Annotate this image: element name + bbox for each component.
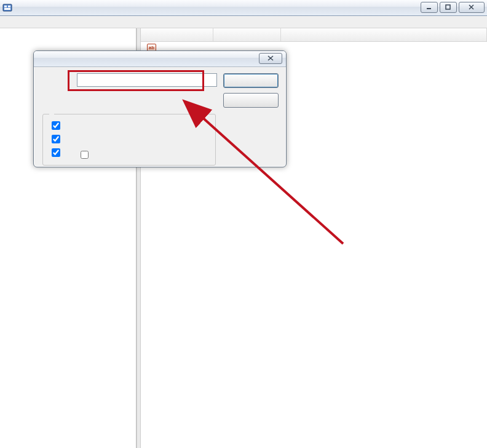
svg-rect-3 <box>4 8 10 10</box>
cancel-button[interactable] <box>223 93 279 108</box>
maximize-button[interactable] <box>440 2 457 13</box>
chk-whole-string[interactable] <box>81 151 89 159</box>
lookin-group <box>42 114 216 166</box>
svg-rect-2 <box>8 6 10 7</box>
app-icon <box>2 3 12 13</box>
titlebar <box>0 0 487 16</box>
find-dialog <box>33 50 287 167</box>
find-input[interactable] <box>77 73 217 87</box>
dialog-close-button[interactable] <box>259 53 282 64</box>
col-value[interactable] <box>281 28 487 41</box>
chk-keys[interactable] <box>52 121 60 130</box>
svg-rect-5 <box>446 5 450 9</box>
chk-values[interactable] <box>52 135 60 143</box>
close-button[interactable] <box>459 2 485 13</box>
svg-rect-1 <box>4 6 7 7</box>
dialog-titlebar[interactable] <box>34 51 286 67</box>
col-name[interactable] <box>141 28 213 41</box>
find-label <box>41 73 71 108</box>
find-next-button[interactable] <box>223 73 279 88</box>
chk-data[interactable] <box>52 148 60 157</box>
menubar <box>0 16 487 28</box>
list-header <box>141 28 487 42</box>
svg-rect-0 <box>3 4 12 11</box>
value-data <box>281 43 487 52</box>
minimize-button[interactable] <box>421 2 438 13</box>
col-type[interactable] <box>213 28 281 41</box>
